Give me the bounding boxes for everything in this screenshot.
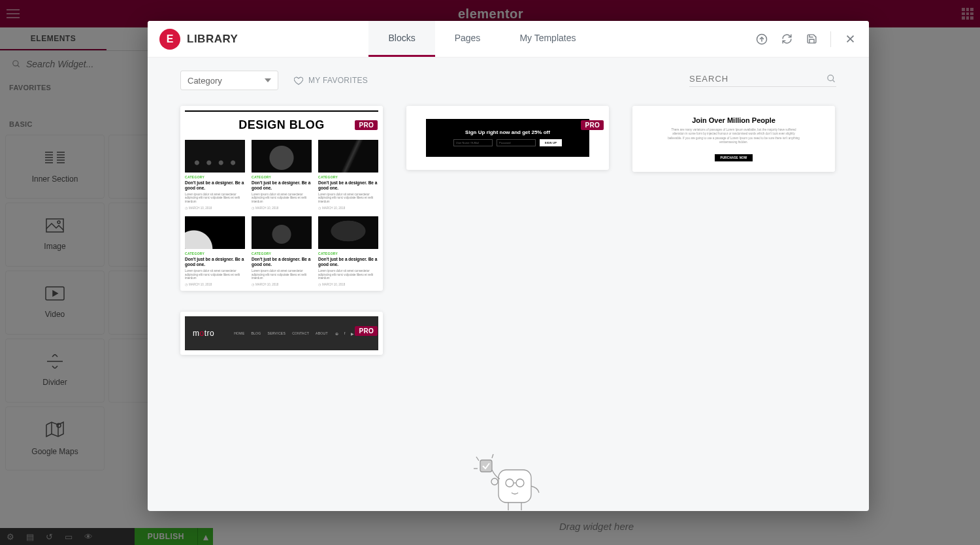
- pro-badge: PRO: [355, 326, 378, 336]
- template-signup-bar[interactable]: PRO Sign Up right now and get 25% off Us…: [406, 106, 609, 170]
- svg-line-35: [476, 457, 479, 461]
- svg-point-25: [828, 75, 834, 81]
- svg-rect-31: [480, 460, 492, 472]
- signup-pass-input: Password: [497, 139, 536, 146]
- tab-blocks[interactable]: Blocks: [368, 21, 434, 57]
- my-favorites-label: MY FAVORITES: [308, 76, 368, 85]
- template-title: DESIGN BLOG: [185, 118, 378, 132]
- signup-button-preview: SIGN UP: [540, 139, 562, 146]
- library-modal: E LIBRARY Blocks Pages My Templates Cate…: [148, 21, 869, 511]
- template-grid: PRO DESIGN BLOG CATEGORYDon't just be a …: [148, 94, 869, 511]
- svg-line-26: [832, 80, 834, 82]
- chevron-down-icon: [265, 78, 271, 82]
- signup-user-input: User Name / E-Mail: [453, 139, 493, 146]
- elementor-logo-icon: E: [159, 29, 180, 50]
- save-icon[interactable]: [806, 33, 817, 45]
- pro-badge: PRO: [581, 120, 604, 130]
- metro-nav: HOME BLOG SERVICES CONTACT ABOUT: [234, 331, 328, 335]
- svg-line-36: [492, 454, 493, 458]
- template-join-over[interactable]: Join Over Million People There are many …: [632, 106, 835, 172]
- svg-marker-24: [265, 78, 271, 82]
- modal-header: E LIBRARY Blocks Pages My Templates: [148, 21, 869, 58]
- modal-toolbar: Category MY FAVORITES: [148, 58, 869, 94]
- svg-rect-27: [498, 470, 531, 503]
- tab-pages[interactable]: Pages: [435, 21, 500, 57]
- join-title: Join Over Million People: [665, 116, 802, 124]
- tab-my-templates[interactable]: My Templates: [500, 21, 595, 57]
- category-dropdown[interactable]: Category: [180, 71, 278, 90]
- search-input[interactable]: [689, 74, 821, 84]
- category-label: Category: [188, 76, 222, 86]
- pro-badge: PRO: [355, 120, 378, 130]
- heart-icon: [294, 76, 303, 85]
- join-button-preview: PURCHASE NOW: [715, 154, 752, 161]
- my-favorites-link[interactable]: MY FAVORITES: [294, 76, 368, 85]
- library-title: LIBRARY: [187, 33, 238, 46]
- svg-point-32: [491, 478, 498, 485]
- metro-logo: motro: [193, 329, 214, 338]
- mascot-illustration: [472, 450, 544, 511]
- template-design-blog[interactable]: PRO DESIGN BLOG CATEGORYDon't just be a …: [180, 106, 383, 291]
- upload-icon[interactable]: [756, 33, 768, 45]
- signup-text: Sign Up right now and get 25% off: [465, 129, 550, 135]
- join-body: There are many variations of passages of…: [665, 128, 802, 144]
- template-metro-footer[interactable]: PRO motro HOME BLOG SERVICES CONTACT ABO…: [180, 312, 383, 355]
- sync-icon[interactable]: [781, 33, 792, 45]
- template-search[interactable]: [689, 74, 836, 87]
- close-icon[interactable]: [844, 33, 856, 45]
- search-icon: [826, 74, 836, 84]
